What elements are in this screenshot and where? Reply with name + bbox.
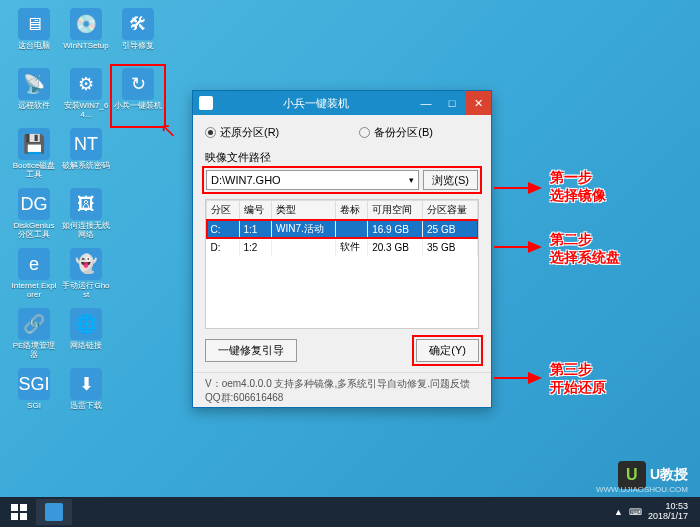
desktop-icon[interactable]: 🌐网络链接: [62, 308, 110, 364]
taskbar: ▲ ⌨ 10:53 2018/1/17: [0, 497, 700, 527]
desktop-icon[interactable]: 💿WinNTSetup: [62, 8, 110, 64]
pointer-arrow-icon: ↖: [160, 118, 177, 142]
table-cell: 20.3 GB: [368, 238, 423, 256]
clock[interactable]: 10:53 2018/1/17: [648, 502, 688, 522]
svg-rect-9: [20, 513, 27, 520]
app-icon: 💿: [70, 8, 102, 40]
app-icon: 🔗: [18, 308, 50, 340]
maximize-button[interactable]: □: [439, 91, 465, 115]
icon-label: 这台电脑: [18, 42, 50, 51]
annotation-step3: 第三步 开始还原: [550, 360, 606, 396]
icon-label: 网络链接: [70, 342, 102, 351]
desktop-icon[interactable]: 📡远程软件: [10, 68, 58, 124]
desktop-icon[interactable]: 🔗PE络境管理器: [10, 308, 58, 364]
path-input[interactable]: D:\WIN7.GHO ▾: [206, 170, 419, 190]
start-button[interactable]: [4, 499, 34, 525]
desktop-icon[interactable]: 👻手动运行Ghost: [62, 248, 110, 304]
icon-label: Internet Explorer: [10, 282, 58, 300]
annotation-step2: 第二步 选择系统盘: [550, 230, 620, 266]
column-header[interactable]: 卷标: [335, 201, 368, 220]
column-header[interactable]: 分区容量: [423, 201, 478, 220]
arrow-step2-icon: [494, 237, 544, 257]
table-row[interactable]: C:1:1WIN7.活动16.9 GB25 GB: [207, 220, 478, 239]
minimize-button[interactable]: —: [413, 91, 439, 115]
column-header[interactable]: 可用空间: [368, 201, 423, 220]
desktop-icon[interactable]: ⚙安装WIN7_64...: [62, 68, 110, 124]
keyboard-icon[interactable]: ⌨: [629, 507, 642, 517]
table-cell: 16.9 GB: [368, 220, 423, 239]
mode-radios: 还原分区(R) 备份分区(B): [205, 125, 479, 140]
installer-window: 小兵一键装机 — □ ✕ 还原分区(R) 备份分区(B) 映像文件路径 D:\W…: [192, 90, 492, 408]
annotation-step1: 第一步 选择镜像: [550, 168, 606, 204]
radio-icon: [205, 127, 216, 138]
desktop-icon[interactable]: 🛠引导修复: [114, 8, 162, 64]
desktop-icon[interactable]: 🖥这台电脑: [10, 8, 58, 64]
radio-backup[interactable]: 备份分区(B): [359, 125, 433, 140]
status-bar: V：oem4.0.0.0 支持多种镜像,多系统引导自动修复.问题反馈QQ群:60…: [193, 372, 491, 409]
app-icon: 👻: [70, 248, 102, 280]
button-row: 一键修复引导 确定(Y): [205, 339, 479, 362]
windows-logo-icon: [11, 504, 27, 520]
icon-label: Bootice磁盘工具: [10, 162, 58, 180]
browse-button[interactable]: 浏览(S): [423, 170, 478, 190]
table-row[interactable]: D:1:2软件20.3 GB35 GB: [207, 238, 478, 256]
desktop-icon[interactable]: SGISGI: [10, 368, 58, 424]
app-icon: 📡: [18, 68, 50, 100]
close-button[interactable]: ✕: [465, 91, 491, 115]
watermark: U U教授 WWW.UJIAOSHOU.COM: [618, 461, 688, 489]
radio-icon: [359, 127, 370, 138]
icon-label: 迅雷下载: [70, 402, 102, 411]
system-tray[interactable]: ▲ ⌨ 10:53 2018/1/17: [614, 502, 696, 522]
app-icon: 🖥: [18, 8, 50, 40]
tray-icon[interactable]: ▲: [614, 507, 623, 517]
watermark-url: WWW.UJIAOSHOU.COM: [596, 485, 688, 494]
taskbar-app[interactable]: [36, 499, 72, 525]
table-cell: 25 GB: [423, 220, 478, 239]
column-header[interactable]: 编号: [239, 201, 272, 220]
table-cell: C:: [207, 220, 240, 239]
path-row-highlighted: D:\WIN7.GHO ▾ 浏览(S): [205, 169, 479, 191]
table-cell: 1:2: [239, 238, 272, 256]
app-icon: ⚙: [70, 68, 102, 100]
table-cell: 软件: [335, 238, 368, 256]
chevron-down-icon[interactable]: ▾: [409, 175, 414, 185]
table-cell: WIN7.活动: [272, 220, 336, 239]
repair-boot-button[interactable]: 一键修复引导: [205, 339, 297, 362]
icon-label: 小兵一键装机: [114, 102, 162, 111]
desktop-icon[interactable]: eInternet Explorer: [10, 248, 58, 304]
svg-rect-7: [20, 504, 27, 511]
app-icon: DG: [18, 188, 50, 220]
desktop-icon[interactable]: 💾Bootice磁盘工具: [10, 128, 58, 184]
column-header[interactable]: 类型: [272, 201, 336, 220]
icon-label: 远程软件: [18, 102, 50, 111]
table-cell: D:: [207, 238, 240, 256]
image-path-section: 映像文件路径 D:\WIN7.GHO ▾ 浏览(S): [205, 150, 479, 191]
app-icon: [45, 503, 63, 521]
desktop-icon[interactable]: DGDiskGenius分区工具: [10, 188, 58, 244]
svg-marker-1: [528, 182, 542, 194]
path-label: 映像文件路径: [205, 150, 479, 165]
desktop-icon[interactable]: 🖼如何连接无线网络: [62, 188, 110, 244]
desktop-icon[interactable]: ⬇迅雷下载: [62, 368, 110, 424]
desktop-icon-grid: 🖥这台电脑💿WinNTSetup🛠引导修复📡远程软件⚙安装WIN7_64...↻…: [10, 8, 162, 424]
radio-restore[interactable]: 还原分区(R): [205, 125, 279, 140]
app-icon: 🌐: [70, 308, 102, 340]
ok-button[interactable]: 确定(Y): [416, 339, 479, 362]
desktop-icon[interactable]: NT破解系统密码: [62, 128, 110, 184]
partition-table-wrap: 分区编号类型卷标可用空间分区容量 C:1:1WIN7.活动16.9 GB25 G…: [205, 199, 479, 329]
app-icon: e: [18, 248, 50, 280]
column-header[interactable]: 分区: [207, 201, 240, 220]
window-body: 还原分区(R) 备份分区(B) 映像文件路径 D:\WIN7.GHO ▾ 浏览(…: [193, 115, 491, 372]
table-cell: [272, 238, 336, 256]
icon-label: 如何连接无线网络: [62, 222, 110, 240]
app-icon: NT: [70, 128, 102, 160]
icon-label: PE络境管理器: [10, 342, 58, 360]
svg-rect-6: [11, 504, 18, 511]
table-cell: 35 GB: [423, 238, 478, 256]
partition-table: 分区编号类型卷标可用空间分区容量 C:1:1WIN7.活动16.9 GB25 G…: [206, 200, 478, 256]
table-cell: [335, 220, 368, 239]
app-icon: ⬇: [70, 368, 102, 400]
desktop-icon[interactable]: ↻小兵一键装机: [114, 68, 162, 124]
icon-label: 引导修复: [122, 42, 154, 51]
titlebar[interactable]: 小兵一键装机 — □ ✕: [193, 91, 491, 115]
